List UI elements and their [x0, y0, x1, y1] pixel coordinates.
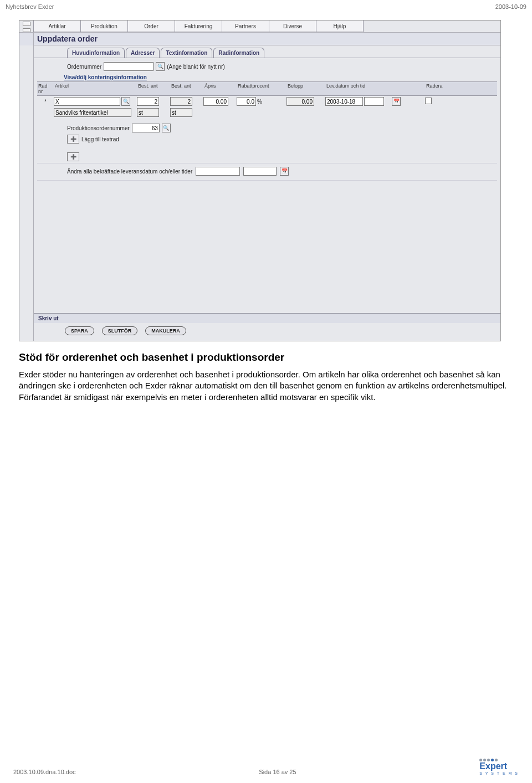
belopp-input [287, 97, 314, 106]
ordernr-label: Ordernummer [67, 64, 101, 70]
side-icons [19, 21, 34, 32]
tab-huvudinformation[interactable]: Huvudinformation [67, 48, 125, 58]
table-row: * 🔍 % 📅 [37, 96, 497, 107]
tab-textinformation[interactable]: Textinformation [161, 48, 212, 58]
menu-bar: Artiklar Produktion Order Fakturering Pa… [19, 21, 500, 33]
search-icon[interactable]: 🔍 [156, 62, 165, 71]
col-levdatum: Lev.datum och tid [325, 83, 392, 94]
rabatt-unit: % [257, 99, 262, 105]
col-radera: Radera [425, 83, 447, 94]
rabatt-input[interactable] [237, 97, 256, 106]
calendar-icon[interactable]: 📅 [392, 97, 401, 106]
col-artikel: Artikel [54, 83, 137, 94]
col-best1: Best. ant [137, 83, 170, 94]
article-heading: Stöd för orderenhet och basenhet i produ… [19, 351, 513, 364]
header-date: 2003-10-09 [495, 3, 526, 10]
button-row: SPARA SLUTFÖR MAKULERA [34, 323, 500, 341]
grid-icon[interactable] [23, 28, 30, 33]
makulera-button[interactable]: MAKULERA [145, 326, 186, 335]
menu-produktion[interactable]: Produktion [80, 21, 128, 32]
add-row-icon[interactable]: ➕ [67, 135, 79, 144]
calendar-icon[interactable]: 📅 [280, 167, 289, 176]
best2-input [170, 97, 192, 106]
page-footer: 2003.10.09.dna.10.doc Sida 16 av 25 Expe… [0, 759, 532, 775]
article: Stöd för orderenhet och basenhet i produ… [0, 351, 532, 403]
menu-partners[interactable]: Partners [222, 21, 269, 32]
levdatum-input[interactable] [325, 97, 363, 106]
levtid-input[interactable] [364, 97, 384, 106]
header-left: Nyhetsbrev Exder [6, 3, 54, 10]
change-all-row: Ändra alla bekräftade leveransdatum och/… [37, 163, 497, 180]
slutfor-button[interactable]: SLUTFÖR [102, 326, 138, 335]
radera-checkbox[interactable] [425, 98, 432, 104]
grid-header: Rad nr Artikel Best. ant Best. ant Ápris… [37, 81, 497, 96]
title-bar: Uppdatera order [19, 33, 500, 45]
search-icon[interactable]: 🔍 [162, 124, 171, 132]
artikel-name [54, 108, 131, 117]
page-title: Uppdatera order [34, 33, 500, 45]
tab-adresser[interactable]: Adresser [126, 48, 160, 58]
skrivut-bar[interactable]: Skriv ut [34, 313, 500, 323]
prodorder-input[interactable] [132, 124, 160, 132]
menu-fakturering[interactable]: Fakturering [175, 21, 222, 32]
ordernr-input[interactable] [104, 62, 154, 71]
radnr-value: * [37, 99, 54, 105]
logo-text: Expert [479, 761, 519, 771]
form-area: Ordernummer 🔍 (Ange blankt för nytt nr) … [34, 58, 500, 313]
col-best2: Best. ant [170, 83, 203, 94]
spara-button[interactable]: SPARA [65, 326, 94, 335]
home-icon[interactable] [23, 22, 30, 26]
kontering-link[interactable]: Visa/dölj konteringsinformation [64, 74, 497, 80]
menu-artiklar[interactable]: Artiklar [33, 21, 81, 32]
col-radnr: Rad nr [37, 83, 54, 94]
logo: Expert S Y S T E M S [479, 759, 519, 775]
tab-radinformation[interactable]: Radinformation [213, 48, 264, 58]
article-body: Exder stöder nu hanteringen av orderenhe… [19, 369, 513, 403]
change-all-label: Ändra alla bekräftade leveransdatum och/… [67, 168, 192, 175]
table-row [37, 107, 497, 118]
prodorder-label: Produktionsordernummer [67, 125, 130, 131]
artikel-input[interactable] [54, 97, 120, 106]
app-window: Artiklar Produktion Order Fakturering Pa… [19, 20, 501, 341]
ordernr-hint: (Ange blankt för nytt nr) [167, 64, 225, 70]
change-time-input[interactable] [243, 167, 277, 176]
logo-subtext: S Y S T E M S [479, 771, 519, 775]
menu-diverse[interactable]: Diverse [269, 21, 316, 32]
search-icon[interactable]: 🔍 [121, 97, 130, 106]
col-apris: Ápris [203, 83, 237, 94]
col-rabatt: Rabattprocent [237, 83, 287, 94]
page-header: Nyhetsbrev Exder 2003-10-09 [0, 0, 532, 20]
add-row-icon[interactable]: ➕ [67, 152, 79, 161]
skrivut-label[interactable]: Skriv ut [38, 315, 59, 321]
apris-input[interactable] [203, 97, 228, 106]
menu-hjalp[interactable]: Hjälp [316, 21, 364, 32]
best1-input[interactable] [137, 97, 159, 106]
footer-page: Sida 16 av 25 [259, 769, 296, 775]
unit2 [170, 108, 192, 117]
blank-area [37, 180, 497, 308]
add-textrow-label[interactable]: Lägg till textrad [81, 136, 119, 142]
unit1 [137, 108, 159, 117]
menu-order[interactable]: Order [127, 21, 175, 32]
footer-filename: 2003.10.09.dna.10.doc [13, 769, 76, 775]
change-date-input[interactable] [196, 167, 240, 176]
subtab-row: Huvudinformation Adresser Textinformatio… [34, 45, 500, 58]
col-belopp: Belopp [287, 83, 325, 94]
